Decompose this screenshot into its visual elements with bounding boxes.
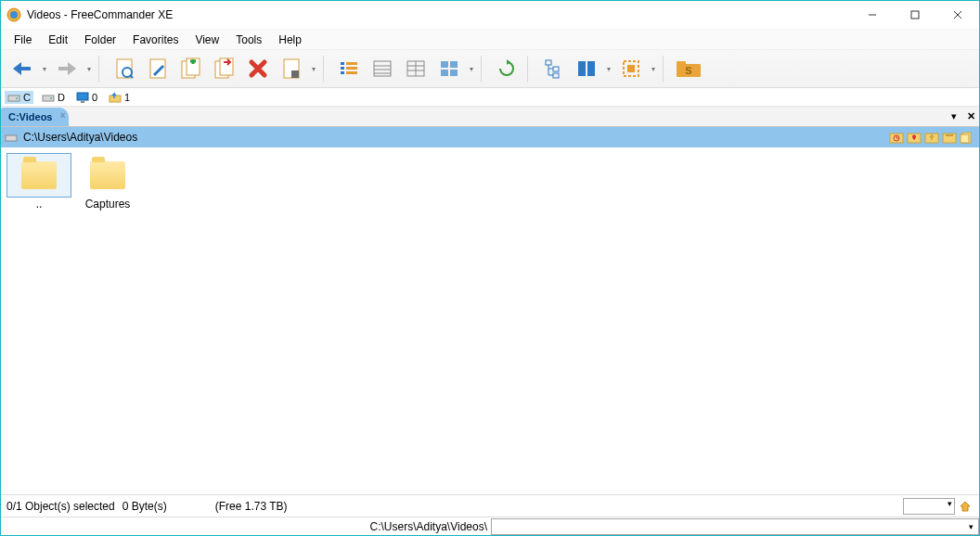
wipe-button[interactable] <box>276 53 307 84</box>
toolbar-separator <box>323 56 329 82</box>
status-bar: 0/1 Object(s) selected 0 Byte(s) (Free 1… <box>1 494 979 517</box>
back-dropdown[interactable]: ▾ <box>40 55 49 83</box>
panels-dropdown[interactable]: ▾ <box>604 55 613 83</box>
refresh-button[interactable] <box>491 53 522 84</box>
history-icon[interactable] <box>888 130 905 145</box>
wipe-dropdown[interactable]: ▾ <box>309 55 318 83</box>
status-selection: 0/1 Object(s) selected <box>6 500 115 513</box>
svg-rect-44 <box>8 96 19 101</box>
tab-close-icon[interactable]: × <box>60 110 66 121</box>
svg-rect-3 <box>911 11 919 19</box>
menu-edit[interactable]: Edit <box>41 32 75 48</box>
forward-dropdown[interactable]: ▾ <box>84 55 94 83</box>
forward-button[interactable] <box>51 53 83 84</box>
svg-rect-22 <box>374 61 391 76</box>
menu-tools[interactable]: Tools <box>228 32 269 48</box>
svg-point-47 <box>50 97 52 99</box>
menu-folder[interactable]: Folder <box>77 32 123 48</box>
filter-combo[interactable]: ▾ <box>903 498 955 515</box>
copy-path-icon[interactable] <box>959 130 975 145</box>
file-name: .. <box>6 198 71 211</box>
minimize-button[interactable] <box>851 1 894 29</box>
move-button[interactable] <box>209 53 240 84</box>
tab-close-panel[interactable]: ✕ <box>962 108 979 125</box>
svg-rect-20 <box>341 71 344 74</box>
file-item-up[interactable]: .. <box>6 153 71 211</box>
view-dropdown[interactable]: ▾ <box>467 55 476 83</box>
drive-d[interactable]: D <box>39 91 68 104</box>
main-toolbar: ▾ ▾ ▾ ▾ ▾ ▾ S <box>1 49 979 88</box>
view-thumbs-button[interactable] <box>433 53 465 84</box>
drive-bar: C D 0 1 <box>1 88 979 107</box>
filter-action-icon[interactable] <box>957 498 974 515</box>
disk-icon <box>5 132 18 143</box>
view-button[interactable] <box>109 53 140 84</box>
disk-icon <box>42 92 55 103</box>
folder-icon <box>90 161 125 189</box>
maximize-button[interactable] <box>894 1 936 29</box>
svg-rect-36 <box>553 73 559 78</box>
folder-up-icon <box>109 92 122 103</box>
view-list-button[interactable] <box>333 53 365 84</box>
svg-rect-46 <box>43 96 54 101</box>
status-size: 0 Byte(s) <box>122 500 167 513</box>
path-text: C:\Users\Aditya\Videos <box>23 131 137 144</box>
view-small-button[interactable] <box>400 53 432 84</box>
svg-rect-31 <box>450 61 458 68</box>
toolbar-separator <box>527 56 533 82</box>
tab-history-dropdown[interactable]: ▾ <box>946 108 962 125</box>
toolbar-separator <box>98 56 104 82</box>
s-folder-button[interactable]: S <box>673 53 704 84</box>
drive-1[interactable]: 1 <box>106 91 133 104</box>
path-bar[interactable]: C:\Users\Aditya\Videos <box>1 127 979 147</box>
folder-icon <box>21 161 57 189</box>
svg-rect-32 <box>441 70 448 76</box>
file-item-folder[interactable]: Captures <box>75 153 140 211</box>
svg-rect-21 <box>346 71 357 74</box>
root-folder-icon[interactable] <box>941 130 958 145</box>
command-input[interactable]: ▾ <box>491 518 979 535</box>
file-list[interactable]: .. Captures <box>1 147 979 494</box>
menu-favorites[interactable]: Favorites <box>125 32 186 48</box>
svg-point-45 <box>16 97 18 99</box>
drive-c[interactable]: C <box>5 91 33 104</box>
svg-rect-51 <box>6 135 17 141</box>
svg-rect-15 <box>291 70 299 78</box>
delete-button[interactable] <box>242 53 274 84</box>
up-folder-icon[interactable] <box>923 130 940 145</box>
favorites-icon[interactable] <box>906 130 922 145</box>
svg-rect-34 <box>546 60 551 65</box>
drive-label: C <box>23 92 31 103</box>
menu-bar: File Edit Folder Favorites View Tools He… <box>1 29 979 49</box>
svg-rect-9 <box>150 59 165 78</box>
back-button[interactable] <box>6 53 38 84</box>
svg-rect-48 <box>77 93 88 100</box>
svg-rect-18 <box>341 67 344 70</box>
toolbar-separator <box>481 56 486 82</box>
view-details-button[interactable] <box>367 53 398 84</box>
tree-button[interactable] <box>537 53 569 84</box>
monitor-icon <box>76 92 89 103</box>
edit-button[interactable] <box>142 53 174 84</box>
drive-0[interactable]: 0 <box>73 91 100 104</box>
drive-label: 0 <box>92 92 97 103</box>
copy-button[interactable] <box>175 53 207 84</box>
tab-active[interactable]: C:Videos × <box>1 108 69 126</box>
svg-rect-16 <box>341 62 344 65</box>
select-dropdown[interactable]: ▾ <box>649 55 658 83</box>
select-button[interactable] <box>615 53 647 84</box>
tab-label: C:Videos <box>8 111 52 122</box>
drive-label: 1 <box>124 92 130 103</box>
close-button[interactable] <box>936 1 979 29</box>
svg-point-1 <box>10 11 18 19</box>
menu-file[interactable]: File <box>6 32 39 48</box>
menu-help[interactable]: Help <box>271 32 309 48</box>
svg-rect-30 <box>441 61 448 68</box>
svg-rect-33 <box>450 70 458 76</box>
status-free: (Free 1.73 TB) <box>215 500 288 513</box>
command-line-row: C:\Users\Aditya\Videos\ ▾ <box>1 517 979 535</box>
menu-view[interactable]: View <box>187 32 226 48</box>
drive-label: D <box>58 92 65 103</box>
svg-rect-59 <box>961 134 969 143</box>
two-panels-button[interactable] <box>571 53 602 84</box>
